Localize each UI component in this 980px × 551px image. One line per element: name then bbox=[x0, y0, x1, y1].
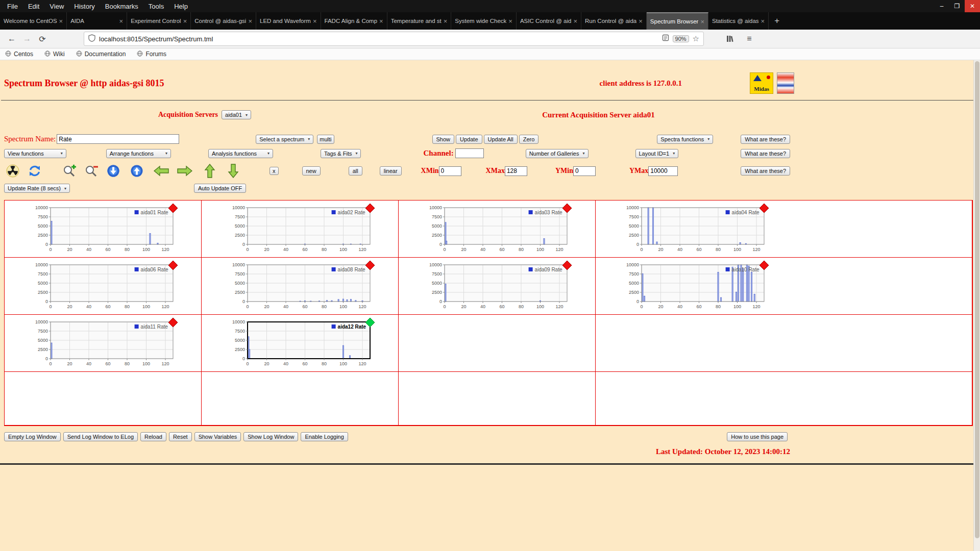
tab-close-icon[interactable]: × bbox=[379, 17, 383, 25]
library-icon[interactable] bbox=[722, 32, 738, 46]
gallery-cell-aida08[interactable]: 025005000750010000020406080100120aida08 … bbox=[202, 258, 399, 315]
menu-help[interactable]: Help bbox=[169, 3, 193, 10]
footer-send-log-window-to-elog-button[interactable]: Send Log Window to ELog bbox=[63, 432, 138, 441]
zero-button[interactable]: Zero bbox=[519, 135, 539, 144]
bookmark-wiki[interactable]: Wiki bbox=[44, 51, 65, 58]
gallery-cell-aida04[interactable]: 025005000750010000020406080100120aida04 … bbox=[596, 201, 972, 258]
minimize-button[interactable]: – bbox=[934, 0, 949, 12]
footer-reset-button[interactable]: Reset bbox=[169, 432, 192, 441]
spectra-functions-select[interactable]: Spectra functions▾ bbox=[657, 135, 713, 144]
zoom-in-icon[interactable] bbox=[63, 164, 77, 178]
tab-system-wide-check[interactable]: System wide Check× bbox=[451, 12, 517, 30]
gallery-cell-aida01[interactable]: 025005000750010000020406080100120aida01 … bbox=[5, 201, 202, 258]
select-a-spectrum-select[interactable]: Select a spectrum▾ bbox=[256, 135, 313, 144]
xmin-input[interactable] bbox=[439, 166, 461, 176]
menu-file[interactable]: File bbox=[2, 3, 23, 10]
app-menu-icon[interactable]: ≡ bbox=[742, 32, 757, 46]
menu-tools[interactable]: Tools bbox=[143, 3, 169, 10]
tab-run-control-aida[interactable]: Run Control @ aida× bbox=[581, 12, 647, 30]
ymin-input[interactable] bbox=[573, 166, 596, 176]
footer-reload-button[interactable]: Reload bbox=[140, 432, 166, 441]
gallery-cell-aida09[interactable]: 025005000750010000020406080100120aida09 … bbox=[399, 258, 596, 315]
tab-close-icon[interactable]: × bbox=[313, 17, 317, 25]
view-functions-select[interactable]: View functions▾ bbox=[4, 149, 66, 158]
gallery-cell-aida03[interactable]: 025005000750010000020406080100120aida03 … bbox=[399, 201, 596, 258]
tab-close-icon[interactable]: × bbox=[59, 17, 63, 25]
reader-mode-icon[interactable] bbox=[662, 34, 669, 43]
update-all-button[interactable]: Update All bbox=[484, 135, 518, 144]
bookmark-documentation[interactable]: Documentation bbox=[76, 51, 126, 58]
tab-experiment-control[interactable]: Experiment Control× bbox=[127, 12, 191, 30]
spectrum-plot-aida01-rate[interactable]: 025005000750010000020406080100120aida01 … bbox=[27, 203, 180, 255]
spectrum-plot-aida11-rate[interactable]: 025005000750010000020406080100120aida11 … bbox=[27, 317, 180, 369]
close-window-button[interactable]: ✕ bbox=[965, 0, 980, 12]
menu-history[interactable]: History bbox=[69, 3, 100, 10]
gallery-cell-aida06[interactable]: 025005000750010000020406080100120aida06 … bbox=[5, 258, 202, 315]
gallery-cell-aida10[interactable]: 025005000750010000020406080100120aida10 … bbox=[596, 258, 972, 315]
secondary-logo[interactable] bbox=[777, 72, 794, 94]
page-scrollbar[interactable] bbox=[973, 60, 980, 551]
spectrum-plot-aida03-rate[interactable]: 025005000750010000020406080100120aida03 … bbox=[421, 203, 574, 255]
layout-id-select[interactable]: Layout ID=1▾ bbox=[635, 149, 679, 158]
tab-spectrum-browser[interactable]: Spectrum Browser× bbox=[647, 12, 708, 30]
linear-button[interactable]: linear bbox=[380, 166, 402, 176]
shift-up-icon[interactable] bbox=[204, 164, 215, 178]
scrollbar-thumb[interactable] bbox=[975, 61, 979, 538]
tab-welcome-to-centos[interactable]: Welcome to CentOS× bbox=[0, 12, 67, 30]
tab-close-icon[interactable]: × bbox=[573, 17, 577, 25]
footer-show-variables-button[interactable]: Show Variables bbox=[194, 432, 241, 441]
gallery-cell-empty[interactable] bbox=[596, 372, 972, 425]
gallery-cell-empty[interactable] bbox=[5, 372, 202, 425]
tab-close-icon[interactable]: × bbox=[444, 17, 448, 25]
spectrum-plot-aida04-rate[interactable]: 025005000750010000020406080100120aida04 … bbox=[618, 203, 771, 255]
tab-close-icon[interactable]: × bbox=[183, 17, 187, 25]
tab-statistics-aidas[interactable]: Statistics @ aidas× bbox=[708, 12, 769, 30]
channel-input[interactable] bbox=[455, 148, 484, 158]
what-are-these-button[interactable]: What are these? bbox=[741, 166, 790, 176]
gallery-cell-aida12[interactable]: 025005000750010000020406080100120aida12 … bbox=[202, 315, 399, 372]
auto-update-button[interactable]: Auto Update OFF bbox=[194, 184, 246, 193]
menu-bookmarks[interactable]: Bookmarks bbox=[100, 3, 143, 10]
shift-left-icon[interactable] bbox=[154, 165, 169, 177]
forward-button[interactable]: → bbox=[19, 32, 35, 46]
update-button[interactable]: Update bbox=[456, 135, 482, 144]
all-button[interactable]: all bbox=[349, 166, 362, 176]
back-button[interactable]: ← bbox=[4, 32, 19, 46]
menu-view[interactable]: View bbox=[44, 3, 69, 10]
tab-aida[interactable]: AIDA× bbox=[67, 12, 127, 30]
page-down-icon[interactable] bbox=[107, 164, 120, 178]
bookmark-star-icon[interactable]: ☆ bbox=[693, 34, 699, 43]
shield-icon[interactable] bbox=[88, 34, 95, 44]
what-are-these-button[interactable]: What are these? bbox=[741, 149, 790, 158]
tab-close-icon[interactable]: × bbox=[119, 17, 124, 25]
xmax-input[interactable] bbox=[505, 166, 527, 176]
footer-enable-logging-button[interactable]: Enable Logging bbox=[301, 432, 348, 441]
bookmark-centos[interactable]: Centos bbox=[5, 51, 33, 58]
radiation-icon[interactable] bbox=[6, 164, 19, 178]
footer-empty-log-window-button[interactable]: Empty Log Window bbox=[4, 432, 61, 441]
new-button[interactable]: new bbox=[302, 166, 321, 176]
page-up-icon[interactable] bbox=[130, 164, 143, 178]
tab-led-and-waveform[interactable]: LED and Waveform× bbox=[256, 12, 321, 30]
spectrum-plot-aida12-rate[interactable]: 025005000750010000020406080100120aida12 … bbox=[224, 317, 377, 369]
gallery-cell-empty[interactable] bbox=[596, 315, 972, 372]
tab-asic-control-aid[interactable]: ASIC Control @ aid× bbox=[517, 12, 581, 30]
tab-close-icon[interactable]: × bbox=[508, 17, 512, 25]
tab-close-icon[interactable]: × bbox=[700, 18, 704, 26]
acquisition-server-select[interactable]: aida01▾ bbox=[222, 110, 251, 119]
spectrum-plot-aida10-rate[interactable]: 025005000750010000020406080100120aida10 … bbox=[618, 260, 771, 312]
tab-close-icon[interactable]: × bbox=[248, 17, 252, 25]
gallery-cell-empty[interactable] bbox=[399, 315, 596, 372]
update-rate-select[interactable]: Update Rate (8 secs)▾ bbox=[4, 184, 70, 193]
show-button[interactable]: Show bbox=[432, 135, 455, 144]
zoom-out-icon[interactable] bbox=[85, 164, 99, 178]
shift-down-icon[interactable] bbox=[228, 164, 239, 178]
spectrum-plot-aida02-rate[interactable]: 025005000750010000020406080100120aida02 … bbox=[224, 203, 377, 255]
url-text[interactable]: localhost:8015/Spectrum/Spectrum.tml bbox=[99, 35, 658, 43]
x-button[interactable]: x bbox=[270, 167, 279, 175]
spectrum-name-input[interactable] bbox=[57, 134, 179, 144]
spectrum-plot-aida06-rate[interactable]: 025005000750010000020406080100120aida06 … bbox=[27, 260, 180, 312]
ymax-input[interactable] bbox=[648, 166, 678, 176]
zoom-level-badge[interactable]: 90% bbox=[673, 35, 689, 42]
gallery-cell-aida11[interactable]: 025005000750010000020406080100120aida11 … bbox=[5, 315, 202, 372]
